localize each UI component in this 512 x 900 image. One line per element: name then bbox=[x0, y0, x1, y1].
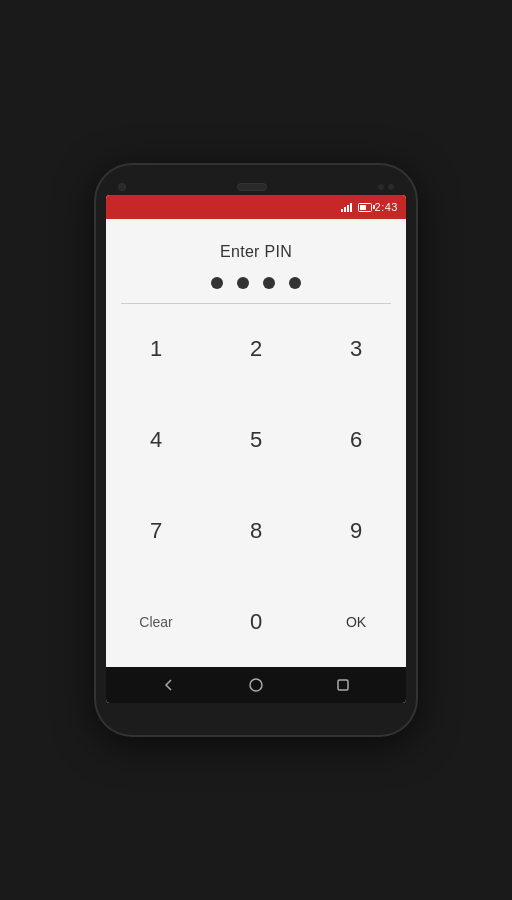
back-button[interactable] bbox=[154, 670, 184, 700]
key-0[interactable]: 0 bbox=[206, 576, 306, 667]
key-9[interactable]: 9 bbox=[306, 486, 406, 577]
key-2[interactable]: 2 bbox=[206, 304, 306, 395]
pin-title: Enter PIN bbox=[220, 243, 292, 261]
key-5[interactable]: 5 bbox=[206, 395, 306, 486]
sensor-1 bbox=[378, 184, 384, 190]
phone-bottom bbox=[106, 703, 406, 717]
camera bbox=[118, 183, 126, 191]
back-icon bbox=[161, 677, 177, 693]
clear-button[interactable]: Clear bbox=[106, 576, 206, 667]
pin-dot-3 bbox=[263, 277, 275, 289]
key-6[interactable]: 6 bbox=[306, 395, 406, 486]
ok-button[interactable]: OK bbox=[306, 576, 406, 667]
svg-rect-1 bbox=[338, 680, 348, 690]
key-1[interactable]: 1 bbox=[106, 304, 206, 395]
time-display: 2:43 bbox=[375, 201, 398, 213]
key-8[interactable]: 8 bbox=[206, 486, 306, 577]
status-bar: 2:43 bbox=[106, 195, 406, 219]
sensor-2 bbox=[388, 184, 394, 190]
signal-icon bbox=[341, 202, 355, 212]
home-button[interactable] bbox=[241, 670, 271, 700]
status-icons: 2:43 bbox=[341, 201, 398, 213]
recents-icon bbox=[335, 677, 351, 693]
phone-top-bar bbox=[106, 183, 406, 191]
key-3[interactable]: 3 bbox=[306, 304, 406, 395]
phone-frame: 2:43 Enter PIN 1 2 3 4 5 6 bbox=[96, 165, 416, 735]
home-icon bbox=[248, 677, 264, 693]
screen: 2:43 Enter PIN 1 2 3 4 5 6 bbox=[106, 195, 406, 703]
key-7[interactable]: 7 bbox=[106, 486, 206, 577]
battery-fill bbox=[360, 205, 366, 210]
sensors bbox=[378, 184, 394, 190]
pin-dot-4 bbox=[289, 277, 301, 289]
pin-dots bbox=[211, 277, 301, 289]
keypad: 1 2 3 4 5 6 7 8 9 Clear 0 OK bbox=[106, 304, 406, 667]
pin-dot-2 bbox=[237, 277, 249, 289]
speaker bbox=[237, 183, 267, 191]
svg-point-0 bbox=[250, 679, 262, 691]
key-4[interactable]: 4 bbox=[106, 395, 206, 486]
nav-bar bbox=[106, 667, 406, 703]
pin-dot-1 bbox=[211, 277, 223, 289]
battery-icon bbox=[358, 203, 372, 212]
recents-button[interactable] bbox=[328, 670, 358, 700]
pin-content: Enter PIN 1 2 3 4 5 6 7 8 9 bbox=[106, 219, 406, 667]
